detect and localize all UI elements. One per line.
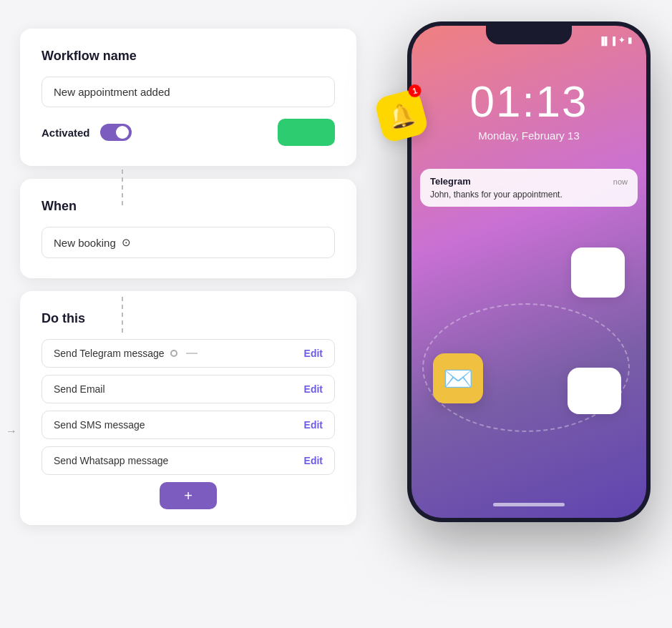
- add-action-button[interactable]: +: [160, 482, 217, 509]
- wifi-icon: ✦: [618, 36, 625, 45]
- signal-icon: ▐▌▐: [599, 36, 615, 45]
- action-row-whatsapp: Send Whatsapp message Edit: [42, 446, 335, 475]
- action-left-whatsapp: Send Whatsapp message: [54, 455, 168, 466]
- status-bar: ▐▌▐ ✦ ▮: [426, 36, 632, 45]
- phone-time: 01:13: [412, 76, 646, 127]
- arrow-left-icon: →: [6, 425, 17, 438]
- action-left-sms: Send SMS message: [54, 419, 145, 431]
- trigger-value: New booking: [54, 237, 116, 249]
- edit-email-button[interactable]: Edit: [304, 383, 323, 395]
- activated-row: Activated: [42, 119, 335, 146]
- activated-toggle[interactable]: [100, 124, 132, 141]
- activated-label: Activated: [42, 127, 90, 139]
- battery-icon: ▮: [628, 36, 632, 45]
- left-panel: Workflow name Activated When New booking…: [20, 29, 356, 525]
- action-label-telegram: Send Telegram message: [54, 348, 165, 359]
- phone-date: Monday, February 13: [412, 129, 646, 142]
- edit-telegram-button[interactable]: Edit: [304, 348, 323, 359]
- action-left-telegram: Send Telegram message: [54, 348, 198, 359]
- action-left-email: Send Email: [54, 383, 105, 395]
- phone-mockup: 🔔 1 ▐▌▐ ✦ ▮ 01:13 Monday, February 13: [400, 21, 658, 608]
- email-float-icon: ✉️: [433, 353, 483, 403]
- app-icon-white-1: [571, 247, 625, 298]
- when-card: When New booking ⊙: [20, 179, 356, 278]
- phone-outer: ▐▌▐ ✦ ▮ 01:13 Monday, February 13 Telegr…: [407, 21, 651, 522]
- save-button[interactable]: [278, 119, 335, 146]
- do-this-section-title: Do this: [42, 311, 335, 326]
- action-row-email: Send Email Edit: [42, 375, 335, 403]
- edit-whatsapp-button[interactable]: Edit: [304, 455, 323, 466]
- when-section-title: When: [42, 199, 335, 214]
- trigger-field[interactable]: New booking ⊙: [42, 227, 335, 258]
- workflow-name-input[interactable]: [42, 77, 335, 107]
- phone-clock: 01:13 Monday, February 13: [412, 76, 646, 142]
- connector-line-2: [122, 297, 123, 333]
- trigger-icon: ⊙: [122, 236, 131, 249]
- notif-message: John, thanks for your appointment.: [430, 190, 628, 200]
- workflow-section-title: Workflow name: [42, 49, 335, 64]
- do-this-card: Do this Send Telegram message Edit Send …: [20, 291, 356, 525]
- notification-bar: Telegram now John, thanks for your appoi…: [420, 169, 638, 207]
- dash-line: [186, 353, 198, 354]
- edit-sms-button[interactable]: Edit: [304, 419, 323, 431]
- action-row-telegram: Send Telegram message Edit: [42, 339, 335, 368]
- connector-line-1: [122, 170, 123, 205]
- notif-header: Telegram now: [430, 176, 628, 187]
- action-label-email: Send Email: [54, 383, 105, 395]
- app-icon-white-2: [568, 368, 621, 414]
- phone-bottom-bar: [493, 503, 565, 506]
- telegram-action-icon: [170, 350, 177, 357]
- action-label-whatsapp: Send Whatsapp message: [54, 455, 168, 466]
- phone-screen: ▐▌▐ ✦ ▮ 01:13 Monday, February 13 Telegr…: [412, 26, 646, 518]
- notif-app-name: Telegram: [430, 176, 471, 187]
- notif-time: now: [613, 177, 628, 186]
- workflow-name-card: Workflow name Activated: [20, 29, 356, 166]
- action-row-sms: Send SMS message Edit: [42, 411, 335, 439]
- status-icons: ▐▌▐ ✦ ▮: [599, 36, 632, 45]
- action-label-sms: Send SMS message: [54, 419, 145, 431]
- bell-emoji: 🔔: [384, 99, 419, 132]
